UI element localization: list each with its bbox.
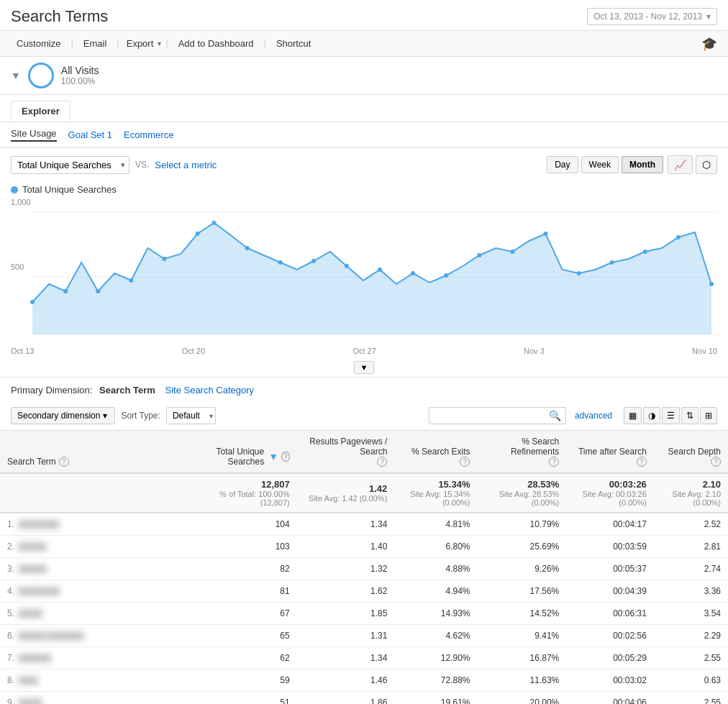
search-icon-button[interactable]: 🔍 xyxy=(549,410,561,421)
pivot-view-button[interactable]: ⊞ xyxy=(700,407,717,424)
select-metric-link[interactable]: Select a metric xyxy=(155,160,217,170)
row-5-term: 5. xxxxx xyxy=(0,603,187,625)
help-icon-area: 🎓 xyxy=(701,36,717,52)
svg-point-20 xyxy=(577,271,581,275)
row-9-depth: 2.55 xyxy=(654,692,728,705)
row-7-term-link[interactable]: xxxxxxx xyxy=(17,652,53,664)
table-header-row: Search Term ? Total Unique Searches ▼ ? xyxy=(0,431,728,474)
col-header-total-unique: Total Unique Searches ▼ ? xyxy=(187,431,297,474)
metric-dropdown[interactable]: Total Unique Searches xyxy=(11,156,129,174)
row-7-unique: 62 xyxy=(187,647,297,669)
y-axis-top: 1,000 xyxy=(11,198,31,206)
row-3-exits: 4.88% xyxy=(394,558,477,580)
export-button[interactable]: Export xyxy=(124,35,157,52)
sort-dropdown[interactable]: Default xyxy=(166,407,216,424)
list-view-button[interactable]: ☰ xyxy=(662,407,680,424)
row-6-time: 00:02:56 xyxy=(566,625,654,647)
search-input[interactable] xyxy=(434,411,549,421)
svg-point-9 xyxy=(212,221,217,225)
chart-labels: Oct 13 Oct 20 Oct 27 Nov 3 Nov 10 xyxy=(11,344,717,358)
date-range-text: Oct 13, 2013 - Nov 12, 2013 xyxy=(593,12,702,22)
row-1-term: 1. xxxxxxxxx xyxy=(0,513,187,536)
secondary-dimension-button[interactable]: Secondary dimension ▾ xyxy=(11,407,115,424)
pie-chart-button[interactable]: ⬡ xyxy=(696,155,717,174)
graduation-cap-icon: 🎓 xyxy=(701,37,717,51)
sub-tab-ecommerce[interactable]: Ecommerce xyxy=(124,129,173,140)
col-help-search-depth[interactable]: ? xyxy=(711,457,721,467)
segment-chevron-icon[interactable]: ▼ xyxy=(11,70,21,81)
table-row: 7. xxxxxxx 62 1.34 12.90% 16.87% 00:05:2… xyxy=(0,647,728,669)
export-dropdown[interactable]: Export ▾ xyxy=(124,35,162,52)
totals-depth-cell: 2.10 Site Avg: 2.10 (0.00%) xyxy=(654,473,728,513)
row-5-results: 1.85 xyxy=(297,603,395,625)
segment-bar: ▼ All Visits 100.00% xyxy=(0,57,728,95)
chart-label-1: Oct 13 xyxy=(11,347,34,355)
export-chevron-icon: ▾ xyxy=(158,40,161,47)
y-axis-mid: 500 xyxy=(11,262,24,271)
add-to-dashboard-button[interactable]: Add to Dashboard xyxy=(173,35,260,52)
row-9-exits: 19.61% xyxy=(394,692,477,705)
col-help-total-unique[interactable]: ? xyxy=(281,452,290,462)
svg-point-6 xyxy=(129,278,133,283)
table-row: 2. xxxxxx 103 1.40 6.80% 25.69% 00:03:59… xyxy=(0,536,728,558)
page-header: Search Terms Oct 13, 2013 - Nov 12, 2013… xyxy=(0,0,728,31)
svg-point-21 xyxy=(610,260,614,265)
row-5-term-link[interactable]: xxxxx xyxy=(17,608,44,619)
row-9-unique: 51 xyxy=(187,692,297,705)
time-buttons: Day Week Month xyxy=(547,156,663,173)
svg-point-22 xyxy=(643,250,647,254)
month-button[interactable]: Month xyxy=(622,156,663,173)
expand-chart-button[interactable]: ▼ xyxy=(354,361,375,374)
col-help-pct-refinements[interactable]: ? xyxy=(549,457,559,467)
compare-view-button[interactable]: ⇅ xyxy=(681,407,699,424)
row-1-time: 00:04:17 xyxy=(566,513,654,536)
row-3-unique: 82 xyxy=(187,558,297,580)
email-button[interactable]: Email xyxy=(78,35,113,52)
site-search-category-link[interactable]: Site Search Category xyxy=(165,385,254,396)
row-7-time: 00:05:29 xyxy=(566,647,654,669)
table-row: 3. xxxxxx 82 1.32 4.88% 9.26% 00:05:37 2… xyxy=(0,558,728,580)
grid-view-button[interactable]: ▦ xyxy=(624,407,642,424)
search-term-link[interactable]: Search Term xyxy=(99,385,155,396)
row-1-results: 1.34 xyxy=(297,513,395,536)
svg-point-5 xyxy=(96,289,100,293)
row-8-results: 1.46 xyxy=(297,669,395,692)
date-range-picker[interactable]: Oct 13, 2013 - Nov 12, 2013 ▾ xyxy=(587,8,717,25)
table-row: 9. xxxxx 51 1.86 19.61% 20.00% 00:04:06 … xyxy=(0,692,728,705)
customize-button[interactable]: Customize xyxy=(11,35,66,52)
row-1-unique: 104 xyxy=(187,513,297,536)
line-chart-button[interactable]: 📈 xyxy=(668,155,693,174)
tab-explorer[interactable]: Explorer xyxy=(11,101,70,122)
row-4-term-link[interactable]: xxxxxxxxx xyxy=(17,585,61,597)
row-1-term-link[interactable]: xxxxxxxxx xyxy=(17,518,61,530)
chart-legend: Total Unique Searches xyxy=(11,178,717,198)
row-4-unique: 81 xyxy=(187,580,297,603)
sub-tab-site-usage[interactable]: Site Usage xyxy=(11,128,57,142)
row-4-depth: 3.36 xyxy=(654,580,728,603)
col-help-pct-exits[interactable]: ? xyxy=(460,457,470,467)
week-button[interactable]: Week xyxy=(581,156,619,173)
col-help-time-after[interactable]: ? xyxy=(637,457,647,467)
svg-point-23 xyxy=(676,235,681,239)
advanced-link[interactable]: advanced xyxy=(575,411,612,421)
totals-refinements-sub: Site Avg: 28.53% (0.00%) xyxy=(484,490,559,507)
col-help-results-pv[interactable]: ? xyxy=(377,457,387,467)
row-3-term-link[interactable]: xxxxxx xyxy=(17,563,48,575)
row-9-term-link[interactable]: xxxxx xyxy=(17,697,44,704)
svg-point-3 xyxy=(30,300,35,304)
row-8-term-link[interactable]: xxxx xyxy=(17,675,40,686)
row-6-term: 6. xxxxxx xxxxxxxx xyxy=(0,625,187,647)
row-2-term-link[interactable]: xxxxxx xyxy=(17,541,48,552)
table-row: 5. xxxxx 67 1.85 14.93% 14.52% 00:06:31 … xyxy=(0,603,728,625)
sub-tab-goal-set[interactable]: Goal Set 1 xyxy=(68,129,112,140)
row-6-term-link[interactable]: xxxxxx xxxxxxxx xyxy=(17,630,85,641)
col-help-search-term[interactable]: ? xyxy=(59,457,69,467)
pie-view-button[interactable]: ◑ xyxy=(643,407,660,424)
day-button[interactable]: Day xyxy=(547,156,578,173)
toolbar-divider-1: | xyxy=(70,38,73,49)
row-7-depth: 2.55 xyxy=(654,647,728,669)
row-2-exits: 6.80% xyxy=(394,536,477,558)
sort-arrow-icon: ▼ xyxy=(268,451,278,462)
row-1-refinements: 10.79% xyxy=(477,513,566,536)
shortcut-button[interactable]: Shortcut xyxy=(270,35,317,52)
